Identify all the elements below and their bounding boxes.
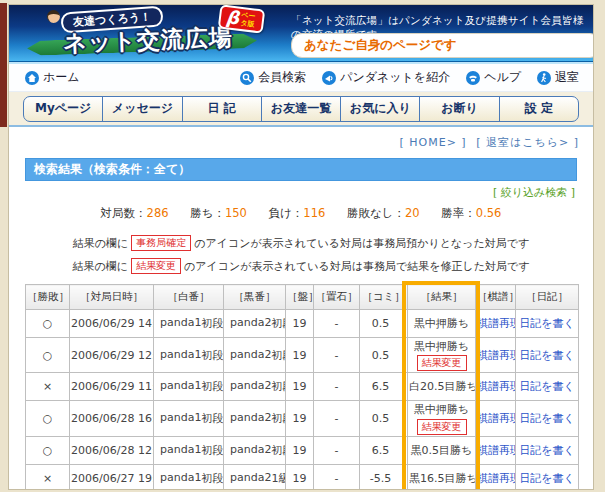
column-header: ［棋譜］ [476, 285, 516, 310]
black-player-rank: 初段 [271, 316, 285, 331]
kifu-replay-link[interactable]: 棋譜再現 [477, 317, 516, 330]
result-cell: 黒中押勝ち [408, 310, 476, 338]
handicap-stones: - [314, 373, 360, 401]
stat-label: 勝敗なし： [347, 206, 405, 220]
diary-cell: 日記を書く [516, 373, 579, 401]
write-diary-link[interactable]: 日記を書く [519, 349, 575, 362]
home-icon [25, 71, 39, 85]
utility-nav: ホーム 会員検索 パンダネットを紹介 ヘルプ 退室 [9, 64, 593, 92]
stat-label: 勝率： [441, 206, 476, 220]
black-player-cell: panda2初段★ [224, 436, 286, 464]
stat-item: 対局数：286 [101, 206, 169, 220]
diary-cell: 日記を書く [516, 338, 579, 373]
black-player-cell: panda2初段 [224, 310, 286, 338]
handicap-stones: - [314, 401, 360, 436]
note-prefix: 結果の欄に [73, 237, 129, 250]
main-tab-bar: Myページ メッセージ 日 記 お友達一覧 お気に入り お断り 設 定 [9, 92, 593, 127]
game-datetime: 2006/06/29 11:28 [70, 373, 154, 401]
megaphone-icon [322, 71, 336, 85]
write-diary-link[interactable]: 日記を書く [519, 444, 575, 457]
white-player-name: panda1 [160, 443, 201, 458]
nav-tab[interactable]: 日 記 [182, 97, 261, 121]
game-outcome: 黒16.5目勝ち [409, 471, 474, 486]
nav-tab[interactable]: メッセージ [102, 97, 181, 121]
phone-icon [466, 71, 480, 85]
help-link[interactable]: ヘルプ [466, 69, 521, 86]
write-diary-link[interactable]: 日記を書く [519, 317, 575, 330]
note-prefix: 結果の欄に [72, 260, 128, 273]
result-badge: 結果変更 [417, 419, 467, 435]
white-player-cell: panda1初段★ [154, 310, 224, 338]
breadcrumb-home-link[interactable]: [ HOME> ] [400, 136, 467, 149]
komi-value: -5.5 [360, 464, 408, 490]
nav-tab[interactable]: Myページ [24, 97, 102, 121]
column-header: ［コミ］ [360, 285, 408, 310]
stat-value: 286 [147, 206, 169, 220]
beta-mark: β [225, 8, 240, 27]
white-player-rank: 初段★ [201, 316, 223, 331]
breadcrumb-exit-link[interactable]: [ 退室はこちら> ] [476, 136, 579, 149]
white-player-rank: 初段★ [201, 411, 223, 426]
nav-tab[interactable]: 設 定 [499, 97, 578, 121]
game-row: × 2006/06/27 19:04 panda1初段★ panda21級★ 1… [26, 464, 579, 490]
result-cell: 黒0.5目勝ち [408, 436, 476, 464]
kifu-cell: 棋譜再現 [476, 401, 516, 436]
nav-tab[interactable]: お気に入り [340, 97, 419, 121]
refine-search-link[interactable]: [ 絞り込み検索 ] [493, 186, 575, 199]
introduce-pandanet-label: パンダネットを紹介 [340, 69, 450, 86]
white-player-rank: 初段★ [201, 443, 223, 458]
kifu-replay-link[interactable]: 棋譜再現 [477, 444, 516, 457]
white-player-cell: panda1初段★ [154, 338, 224, 373]
column-header: ［勝敗］ [26, 285, 70, 310]
black-player-cell: panda2初段 [224, 401, 286, 436]
kifu-replay-link[interactable]: 棋譜再現 [477, 412, 516, 425]
kifu-cell: 棋譜再現 [476, 436, 516, 464]
win-loss-mark: ○ [26, 338, 70, 373]
diary-cell: 日記を書く [516, 464, 579, 490]
board-size: 19 [286, 338, 314, 373]
exit-link[interactable]: 退室 [537, 69, 579, 86]
game-row: ○ 2006/06/28 12:12 panda1初段★ panda2初段★ 1… [26, 436, 579, 464]
white-player-cell: panda1初段★ [154, 373, 224, 401]
home-link[interactable]: ホーム [25, 69, 80, 86]
stat-item: 勝率：0.56 [441, 206, 501, 220]
black-player-rank: 初段 [271, 411, 285, 426]
board-size: 19 [286, 436, 314, 464]
result-cell: 黒中押勝ち 結果変更 [408, 338, 476, 373]
win-loss-mark: ○ [26, 310, 70, 338]
member-search-link[interactable]: 会員検索 [240, 69, 306, 86]
game-datetime: 2006/06/28 16:50 [70, 401, 154, 436]
write-diary-link[interactable]: 日記を書く [519, 380, 575, 393]
game-outcome: 黒中押勝ち [409, 402, 474, 417]
nav-tab[interactable]: お友達一覧 [261, 97, 340, 121]
komi-value: 0.5 [360, 401, 408, 436]
kifu-replay-link[interactable]: 棋譜再現 [477, 380, 516, 393]
column-header: ［結果］ [408, 285, 476, 310]
legend-note: 結果の欄に結果変更のアイコンが表示されている対局は事務局で結果を修正した対局です [9, 258, 593, 274]
stats-row: 対局数：286 勝ち：150 負け：116 勝敗なし：20 勝率：0.56 [9, 206, 593, 221]
section-title: 検索結果（検索条件：全て） [25, 158, 577, 181]
white-player-rank: 初段★ [201, 348, 223, 363]
stat-label: 勝ち： [190, 206, 225, 220]
home-link-label: ホーム [43, 69, 80, 86]
column-header: ［置石］ [314, 285, 360, 310]
introduce-pandanet-link[interactable]: パンダネットを紹介 [322, 69, 450, 86]
kifu-replay-link[interactable]: 棋譜再現 [477, 349, 516, 362]
write-diary-link[interactable]: 日記を書く [519, 472, 575, 485]
komi-value: 0.5 [360, 310, 408, 338]
character-face-icon [47, 10, 60, 23]
kifu-replay-link[interactable]: 棋譜再現 [477, 472, 516, 485]
game-datetime: 2006/06/29 14:38 [70, 310, 154, 338]
komi-value: 0.5 [360, 338, 408, 373]
board-size: 19 [286, 373, 314, 401]
kifu-cell: 棋譜再現 [476, 338, 516, 373]
stat-label: 対局数： [101, 206, 147, 220]
komi-value: 6.5 [360, 436, 408, 464]
white-player-rank: 初段★ [201, 379, 223, 394]
help-label: ヘルプ [484, 69, 521, 86]
nav-tab[interactable]: お断り [419, 97, 498, 121]
diary-cell: 日記を書く [516, 401, 579, 436]
column-header: ［白番］ [154, 285, 224, 310]
black-player-name: panda2 [230, 411, 271, 426]
write-diary-link[interactable]: 日記を書く [519, 412, 575, 425]
